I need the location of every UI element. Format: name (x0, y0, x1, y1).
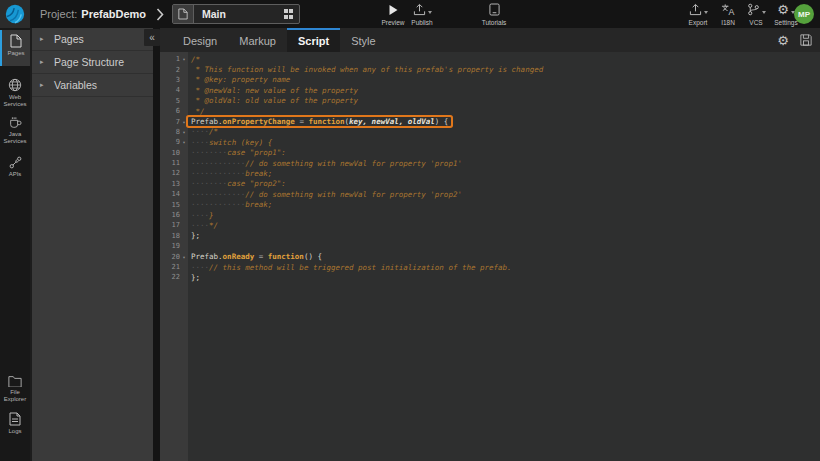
fold-marker-icon[interactable]: ▾ (180, 254, 188, 260)
code-text: ····*/ (188, 221, 221, 230)
tab-style[interactable]: Style (340, 28, 386, 52)
accordion-page-structure[interactable]: ▸ Page Structure (32, 51, 153, 74)
code-line[interactable]: 1▾/* (160, 54, 820, 64)
code-line[interactable]: 14············// do something with newVa… (160, 189, 820, 199)
line-number: 12 (160, 169, 180, 177)
sidebar-item-label: Logs (8, 428, 21, 435)
code-text: Prefab.onReady = function() { (188, 252, 325, 261)
tab-script[interactable]: Script (287, 28, 340, 52)
line-number: 3 (160, 76, 180, 84)
code-text: ········case "prop2": (188, 179, 289, 188)
app-window: Project: PrefabDemo Main Preview (0, 0, 820, 461)
user-avatar[interactable]: MP (794, 4, 814, 24)
code-token: // do something with newVal for property… (245, 190, 462, 199)
code-line[interactable]: 4 * @newVal: new value of the property (160, 85, 820, 95)
code-line[interactable]: 7▾Prefab.onPropertyChange = function(key… (160, 116, 820, 126)
code-token: Prefab. (191, 117, 223, 126)
sidebar-item-file-explorer[interactable]: File Explorer (0, 371, 30, 407)
line-number: 6 (160, 107, 180, 115)
code-line[interactable]: 12············break; (160, 168, 820, 178)
code-line[interactable]: 8▾····/* (160, 127, 820, 137)
panel-splitter[interactable] (153, 28, 160, 461)
code-line[interactable]: 11············// do something with newVa… (160, 158, 820, 168)
accordion-pages[interactable]: ▸ Pages (32, 28, 153, 51)
code-token: */ (209, 221, 218, 230)
code-line[interactable]: 17····*/ (160, 220, 820, 230)
sidebar-item-label: Java Services (0, 131, 30, 145)
publish-button[interactable]: Publish (402, 3, 442, 26)
code-line[interactable]: 22}; (160, 272, 820, 282)
sidebar-item-label: Web Services (0, 94, 30, 108)
export-upload-icon (689, 3, 702, 16)
sidebar-item-logs[interactable]: Logs (0, 408, 30, 440)
accordion-variables[interactable]: ▸ Variables (32, 74, 153, 97)
code-line[interactable]: 3 * @key: property name (160, 75, 820, 85)
line-number: 15 (160, 201, 180, 209)
code-line[interactable]: 20▾Prefab.onReady = function() { (160, 251, 820, 261)
code-line[interactable]: 9▾····switch (key) { (160, 137, 820, 147)
fold-marker-icon[interactable]: ▾ (180, 129, 188, 135)
collapse-panel-button[interactable]: « (144, 29, 160, 46)
code-line[interactable]: 6 */ (160, 106, 820, 116)
code-line[interactable]: 21····// this method will be triggered p… (160, 262, 820, 272)
code-line[interactable]: 5 * @oldVal: old value of the property (160, 96, 820, 106)
fold-marker-icon[interactable]: ▾ (180, 56, 188, 62)
code-line[interactable]: 19 (160, 241, 820, 251)
code-line[interactable]: 2 * This function will be invoked when a… (160, 64, 820, 74)
line-number: 22 (160, 273, 180, 281)
code-area: 1▾/*2 * This function will be invoked wh… (160, 54, 820, 283)
line-number: 7 (160, 118, 180, 126)
tutorials-button[interactable]: Tutorials (474, 3, 514, 26)
sidebar-item-label: File Explorer (0, 389, 30, 403)
line-number: 16 (160, 211, 180, 219)
pages-side-panel: ▸ Pages ▸ Page Structure ▸ Variables (30, 28, 153, 461)
code-token: Prefab. (191, 252, 223, 261)
page-selector-dropdown[interactable]: Main (172, 4, 300, 24)
accordion-label: Page Structure (54, 56, 124, 68)
code-token: ···· (191, 221, 209, 230)
code-text: ············break; (188, 169, 275, 178)
fold-marker-icon[interactable]: ▾ (180, 119, 188, 125)
code-text: ····switch (key) { (188, 138, 275, 147)
code-token: switch (key) { (209, 138, 272, 147)
line-number: 17 (160, 221, 180, 229)
code-token: // do something with newVal for property… (245, 159, 462, 168)
sidebar-item-pages[interactable]: Pages (0, 30, 30, 66)
code-token: ···· (191, 127, 209, 136)
script-settings-gear-icon[interactable]: ⚙ (777, 34, 789, 47)
wavemaker-logo[interactable] (0, 0, 30, 28)
sidebar-item-java-services[interactable]: Java Services (0, 112, 30, 150)
code-token: function (268, 252, 304, 261)
code-line[interactable]: 10········case "prop1": (160, 148, 820, 158)
code-line[interactable]: 13········case "prop2": (160, 179, 820, 189)
code-token: // this method will be triggered post in… (209, 263, 512, 272)
line-number: 4 (160, 86, 180, 94)
code-token: () { (304, 252, 322, 261)
svg-text:A: A (728, 7, 734, 16)
sidebar-item-web-services[interactable]: Web Services (0, 74, 30, 112)
sidebar-item-label: APIs (9, 171, 22, 178)
code-token: * This function will be invoked when any… (191, 65, 543, 74)
chevron-right-icon: ▸ (40, 58, 54, 66)
code-line[interactable]: 15············break; (160, 199, 820, 209)
tab-design[interactable]: Design (172, 28, 228, 52)
sidebar-item-label: Pages (7, 50, 24, 57)
code-text: ····} (188, 211, 217, 220)
tab-markup[interactable]: Markup (228, 28, 287, 52)
code-line[interactable]: 16····} (160, 210, 820, 220)
tutorials-book-icon (489, 3, 500, 16)
fold-marker-icon[interactable]: ▾ (180, 139, 188, 145)
grid-view-icon[interactable] (284, 9, 294, 19)
script-editor[interactable]: 1▾/*2 * This function will be invoked wh… (160, 52, 820, 461)
code-token: key, newVal, oldVal (349, 117, 435, 126)
code-text: ············// do something with newVal … (188, 159, 465, 168)
top-bar: Project: PrefabDemo Main Preview (0, 0, 820, 28)
save-icon[interactable] (800, 34, 812, 46)
chevron-right-icon: ▸ (40, 81, 54, 89)
branch-icon (747, 3, 760, 16)
code-text: }; (188, 273, 203, 282)
code-line[interactable]: 18}; (160, 231, 820, 241)
line-number: 5 (160, 97, 180, 105)
log-file-icon (9, 412, 21, 426)
sidebar-item-apis[interactable]: APIs (0, 152, 30, 182)
